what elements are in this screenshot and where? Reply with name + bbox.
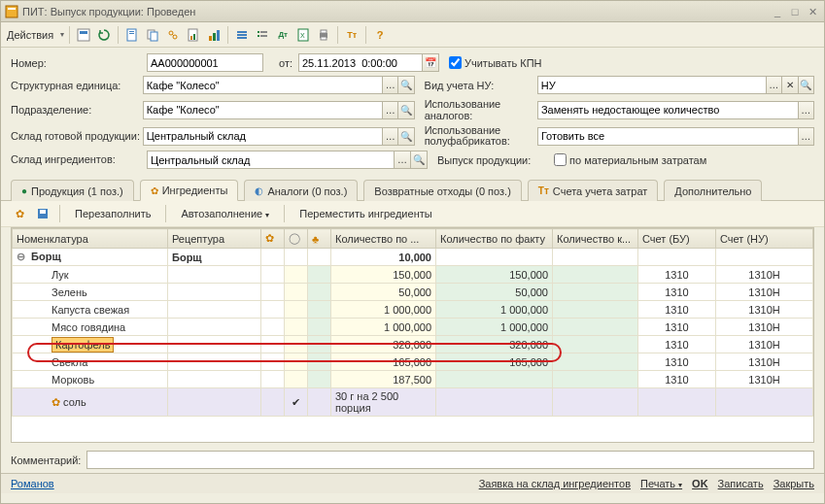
close-link[interactable]: Закрыть bbox=[773, 478, 814, 489]
svg-rect-15 bbox=[209, 36, 212, 41]
save-icon[interactable] bbox=[34, 205, 52, 222]
number-label: Номер: bbox=[11, 57, 147, 69]
help-icon[interactable]: ? bbox=[371, 26, 389, 44]
tab-accounts[interactable]: ТтСчета учета затрат bbox=[528, 180, 658, 201]
comment-field[interactable] bbox=[86, 451, 814, 469]
tab-label: Продукция (1 поз.) bbox=[31, 185, 123, 197]
dept-search-button[interactable]: 🔍 bbox=[398, 101, 415, 119]
wh1-search-button[interactable]: 🔍 bbox=[398, 127, 415, 146]
tab-extra[interactable]: Дополнительно bbox=[664, 180, 762, 201]
acct-clear-button[interactable]: ✕ bbox=[782, 76, 799, 94]
col-ic1[interactable]: ✿ bbox=[261, 229, 285, 249]
col-ic2[interactable]: ◯ bbox=[285, 229, 308, 249]
wh2-select-button[interactable]: … bbox=[395, 151, 411, 169]
semi-field[interactable] bbox=[537, 127, 799, 146]
material-checkbox[interactable] bbox=[554, 153, 567, 166]
xls-icon[interactable]: X bbox=[294, 26, 312, 44]
wh2-search-button[interactable]: 🔍 bbox=[411, 151, 428, 169]
col-recipe[interactable]: Рецептура bbox=[168, 229, 261, 249]
svg-line-11 bbox=[172, 34, 174, 36]
col-nu[interactable]: Счет (НУ) bbox=[716, 229, 813, 249]
autofill-button[interactable]: Автозаполнение ▾ bbox=[174, 205, 276, 222]
link-icon[interactable] bbox=[164, 26, 182, 44]
separator bbox=[69, 26, 70, 44]
dept-field[interactable] bbox=[143, 101, 383, 119]
acct-select-button[interactable]: … bbox=[767, 76, 783, 94]
table-row[interactable]: Свекла165,000165,00013101310Н bbox=[13, 353, 813, 371]
table-row[interactable]: ⊖ БорщБорщ10,000 bbox=[13, 249, 813, 266]
table-row[interactable]: ✿ соль✔30 г на 2 500 порция bbox=[13, 388, 813, 417]
svg-rect-1 bbox=[8, 8, 16, 10]
wh1-select-button[interactable]: … bbox=[383, 127, 399, 146]
wh2-field[interactable] bbox=[147, 151, 395, 169]
date-picker-button[interactable]: 📅 bbox=[423, 53, 439, 72]
report-icon[interactable] bbox=[185, 26, 202, 44]
checklist-icon[interactable] bbox=[254, 26, 271, 44]
tab-ingredients[interactable]: ✿Ингредиенты bbox=[140, 180, 239, 201]
svg-rect-4 bbox=[127, 29, 136, 41]
date-field[interactable] bbox=[298, 53, 423, 72]
tab-waste[interactable]: Возвратные отходы (0 поз.) bbox=[363, 180, 522, 201]
table-row[interactable]: Капуста свежая1 000,0001 000,00013101310… bbox=[13, 301, 813, 319]
col-ic3[interactable]: ♣ bbox=[308, 229, 331, 249]
material-label: по материальным затратам bbox=[569, 154, 706, 166]
table-row[interactable]: Зелень50,00050,00013101310Н bbox=[13, 284, 813, 301]
unit-search-button[interactable]: 🔍 bbox=[398, 76, 415, 94]
number-field[interactable] bbox=[147, 53, 263, 72]
svg-text:X: X bbox=[300, 32, 305, 39]
col-qty1[interactable]: Количество по ... bbox=[331, 229, 436, 249]
print-link[interactable]: Печать ▾ bbox=[640, 478, 682, 489]
calc-icon[interactable] bbox=[75, 26, 92, 44]
minimize-button[interactable]: _ bbox=[770, 5, 785, 18]
list-icon[interactable] bbox=[233, 26, 251, 44]
col-qty2[interactable]: Количество по факту bbox=[436, 229, 553, 249]
wh1-field[interactable] bbox=[143, 127, 383, 146]
semi-select-button[interactable]: … bbox=[799, 127, 815, 146]
request-link[interactable]: Заявка на склад ингредиентов bbox=[479, 478, 631, 489]
table-row[interactable]: Лук150,000150,00013101310Н bbox=[13, 266, 813, 284]
chart-icon[interactable] bbox=[205, 26, 223, 44]
dk-icon[interactable]: Дт bbox=[274, 26, 292, 44]
user-link[interactable]: Романов bbox=[11, 478, 54, 489]
leaf-icon[interactable]: ✿ bbox=[11, 205, 28, 222]
unit-field[interactable] bbox=[143, 76, 383, 94]
move-button[interactable]: Переместить ингредиенты bbox=[292, 205, 438, 222]
acct-field[interactable] bbox=[537, 76, 767, 94]
doc-icon[interactable] bbox=[123, 26, 141, 44]
table-row[interactable]: Морковь187,50013101310Н bbox=[13, 371, 813, 388]
release-label: Выпуск продукции: bbox=[437, 154, 554, 166]
svg-rect-14 bbox=[193, 34, 195, 40]
tab-label: Аналоги (0 поз.) bbox=[267, 185, 347, 197]
ingredients-grid[interactable]: Номенклатура Рецептура ✿ ◯ ♣ Количество … bbox=[11, 227, 814, 443]
titlebar: ПИТ: Выпуск продукции: Проведен _ □ ✕ bbox=[1, 1, 824, 22]
separator bbox=[59, 205, 60, 222]
ok-button[interactable]: OK bbox=[692, 478, 708, 489]
actions-menu[interactable]: Действия bbox=[7, 29, 53, 41]
svg-rect-8 bbox=[151, 32, 157, 41]
save-button[interactable]: Записать bbox=[718, 478, 764, 489]
tab-products[interactable]: ●Продукция (1 поз.) bbox=[11, 180, 134, 201]
dept-select-button[interactable]: … bbox=[383, 101, 399, 119]
refresh-icon[interactable] bbox=[95, 26, 113, 44]
print-icon[interactable] bbox=[315, 26, 332, 44]
col-bu[interactable]: Счет (БУ) bbox=[638, 229, 716, 249]
col-name[interactable]: Номенклатура bbox=[13, 229, 168, 249]
close-button[interactable]: ✕ bbox=[805, 5, 820, 18]
analog-field[interactable] bbox=[537, 101, 799, 119]
refill-button[interactable]: Перезаполнить bbox=[68, 205, 157, 222]
tab-analogs[interactable]: ◐Аналоги (0 поз.) bbox=[244, 180, 358, 201]
maximize-button[interactable]: □ bbox=[787, 5, 803, 18]
kpn-checkbox[interactable] bbox=[449, 56, 462, 69]
table-row[interactable]: Мясо говядина1 000,0001 000,00013101310Н bbox=[13, 319, 813, 336]
copy-icon[interactable] bbox=[144, 26, 161, 44]
separator bbox=[118, 26, 119, 44]
unit-select-button[interactable]: … bbox=[383, 76, 399, 94]
tt-icon[interactable]: Тт bbox=[343, 26, 361, 44]
col-qty3[interactable]: Количество к... bbox=[553, 229, 638, 249]
separator bbox=[165, 205, 166, 222]
analog-select-button[interactable]: … bbox=[799, 101, 815, 119]
semi-label: Использование полуфабрикатов: bbox=[425, 125, 537, 147]
acct-search-button[interactable]: 🔍 bbox=[799, 76, 815, 94]
table-row[interactable]: Картофель320,000320,00013101310Н bbox=[13, 336, 813, 353]
main-toolbar: Действия ▾ Дт X Тт ? bbox=[1, 22, 824, 48]
